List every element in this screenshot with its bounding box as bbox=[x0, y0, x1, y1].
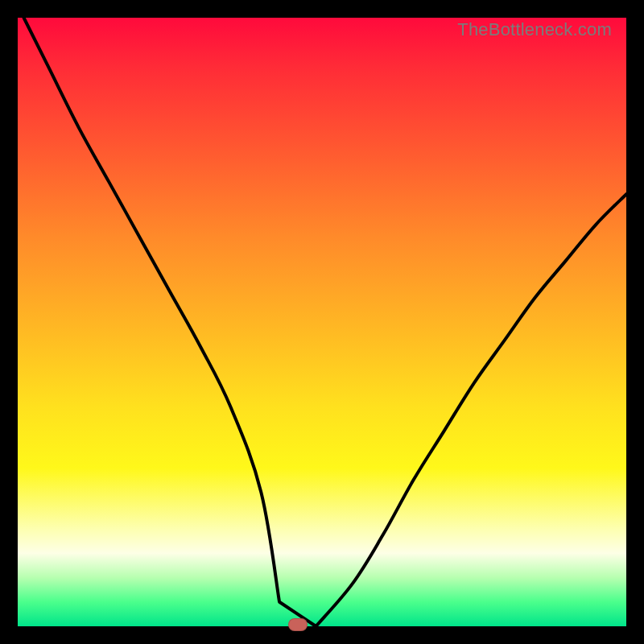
plot-area: TheBottleneck.com bbox=[18, 18, 626, 626]
optimal-point-marker bbox=[288, 618, 308, 631]
bottleneck-curve bbox=[18, 18, 626, 626]
curve-path bbox=[24, 18, 626, 626]
chart-frame: TheBottleneck.com bbox=[0, 0, 644, 644]
